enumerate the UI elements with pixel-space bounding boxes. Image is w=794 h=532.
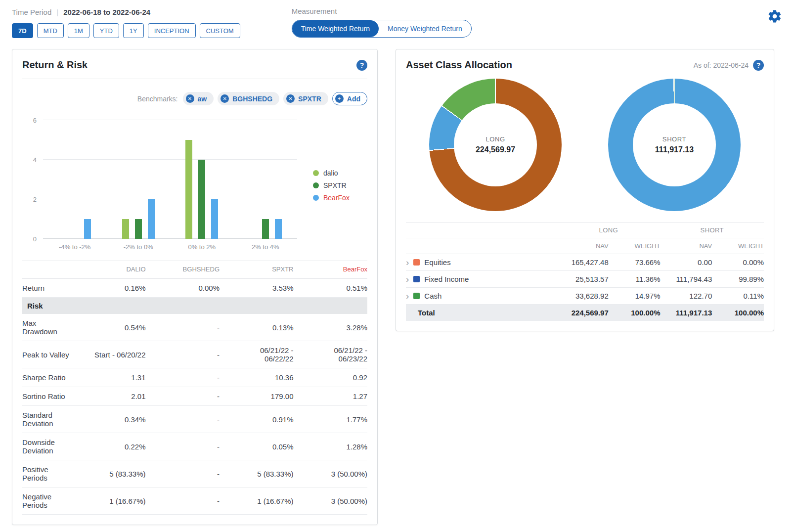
risk-column-header: DALIO <box>72 261 146 279</box>
risk-row-label: Return <box>22 279 72 298</box>
benchmark-pill[interactable]: ✕aw <box>183 92 214 105</box>
asset-swatch <box>413 276 420 282</box>
risk-value: 179.00 <box>220 387 294 406</box>
bar-dalio <box>122 219 129 239</box>
benchmark-pills: ✕aw✕BGHSHEDG✕SPXTR+Add <box>183 92 368 105</box>
period-button-1m[interactable]: 1M <box>68 23 89 38</box>
total-value: 100.00% <box>609 305 661 321</box>
allocation-row[interactable]: ›Fixed Income25,513.5711.36%111,794.4399… <box>406 271 764 288</box>
allocation-row[interactable]: ›Equities165,427.4873.66%0.000.00% <box>406 254 764 271</box>
bar-bearfox <box>148 199 155 239</box>
donut-center-label: LONG <box>485 135 505 143</box>
risk-table-row: Positive Periods5 (83.33%)-5 (83.33%)3 (… <box>22 460 367 488</box>
risk-value: 3.53% <box>220 279 294 298</box>
risk-table-head: DALIOBGHSHEDGSPXTRBearFox <box>22 261 367 279</box>
x-axis-label: -4% to -2% <box>43 243 107 251</box>
bar-spxtr <box>135 219 142 239</box>
risk-value: 3 (50.00%) <box>294 488 368 515</box>
divider <box>22 79 367 79</box>
remove-benchmark-icon[interactable]: ✕ <box>186 94 194 103</box>
help-icon[interactable]: ? <box>753 60 764 71</box>
bar-groups <box>43 120 297 239</box>
risk-value: 0.16% <box>72 279 146 298</box>
time-period-value: 2022-06-18 to 2022-06-24 <box>63 8 150 16</box>
y-tick-label: 6 <box>33 117 37 124</box>
benchmark-pill[interactable]: ✕SPXTR <box>283 92 328 105</box>
expand-chevron-icon[interactable]: › <box>406 259 409 266</box>
asset-allocation-title: Asset Class Allocation <box>406 59 512 71</box>
measurement-group: Measurement Time Weighted ReturnMoney We… <box>292 7 472 38</box>
return-risk-title: Return & Risk <box>22 59 88 71</box>
donut-center-value: 111,917.13 <box>655 145 694 154</box>
risk-value: 06/21/22 - 06/22/22 <box>220 341 294 368</box>
period-button-ytd[interactable]: YTD <box>93 23 119 38</box>
period-button-7d[interactable]: 7D <box>12 23 33 38</box>
risk-value: - <box>146 488 220 515</box>
period-button-custom[interactable]: CUSTOM <box>200 23 240 38</box>
donut-long: LONG224,569.97 <box>406 79 585 211</box>
alloc-subheader-row: NAVWEIGHTNAVWEIGHT <box>406 238 764 254</box>
settings-gear-icon[interactable] <box>767 9 782 24</box>
total-value: 111,917.13 <box>661 305 712 321</box>
measurement-option[interactable]: Money Weighted Return <box>379 20 471 37</box>
help-icon[interactable]: ? <box>356 60 367 71</box>
benchmarks-row: Benchmarks: ✕aw✕BGHSHEDG✕SPXTR+Add <box>22 92 367 105</box>
legend-label: BearFox <box>323 194 350 202</box>
risk-value: 0.05% <box>220 433 294 460</box>
total-value: 100.00% <box>712 305 764 321</box>
time-period-label: Time Period <box>12 8 51 16</box>
alloc-column-header: WEIGHT <box>609 238 661 254</box>
measurement-option[interactable]: Time Weighted Return <box>292 20 379 37</box>
risk-table-row: Peak to ValleyStart - 06/20/22-06/21/22 … <box>22 341 367 368</box>
risk-table-body: Return0.16%0.00%3.53%0.51%RiskMax Drawdo… <box>22 279 367 515</box>
risk-value: 0.00% <box>146 279 220 298</box>
risk-value: - <box>146 314 220 341</box>
total-label: Total <box>406 305 557 321</box>
bar-group <box>170 120 234 239</box>
risk-value: 0.13% <box>220 314 294 341</box>
alloc-value: 25,513.57 <box>557 271 609 288</box>
bar-spxtr <box>198 160 205 239</box>
risk-value: 1.77% <box>294 406 368 433</box>
allocation-row[interactable]: ›Cash33,628.9214.97%122.700.11% <box>406 288 764 305</box>
asset-name: Fixed Income <box>424 275 469 283</box>
remove-benchmark-icon[interactable]: ✕ <box>286 94 295 103</box>
alloc-value: 11.36% <box>609 271 661 288</box>
add-benchmark-button[interactable]: +Add <box>332 92 367 105</box>
legend-item: dalio <box>313 169 350 177</box>
bar-group <box>43 120 107 239</box>
add-icon: + <box>335 94 344 103</box>
separator: | <box>56 8 58 16</box>
risk-table: DALIOBGHSHEDGSPXTRBearFox Return0.16%0.0… <box>22 261 367 515</box>
alloc-column-header: NAV <box>661 238 712 254</box>
risk-column-header: SPXTR <box>220 261 294 279</box>
risk-header-empty <box>22 261 72 279</box>
bar-bearfox <box>84 219 91 239</box>
period-button-mtd[interactable]: MTD <box>37 23 64 38</box>
alloc-column-header: WEIGHT <box>712 238 764 254</box>
x-axis-label: -2% to 0% <box>107 243 171 251</box>
risk-value: 1.28% <box>294 433 368 460</box>
risk-value: 0.54% <box>72 314 146 341</box>
donuts: LONG224,569.97SHORT111,917.13 <box>406 79 764 211</box>
risk-value: Start - 06/20/22 <box>72 341 146 368</box>
period-button-1y[interactable]: 1Y <box>123 23 144 38</box>
chart-legend: dalioSPXTRBearFox <box>313 120 350 251</box>
allocation-table: LONGSHORT NAVWEIGHTNAVWEIGHT ›Equities16… <box>406 222 764 321</box>
y-tick-label: 2 <box>33 196 37 203</box>
risk-value: 0.22% <box>72 433 146 460</box>
risk-value: 0.51% <box>294 279 368 298</box>
risk-column-header: BGHSHEDG <box>146 261 220 279</box>
benchmark-pill[interactable]: ✕BGHSHEDG <box>218 92 279 105</box>
period-button-inception[interactable]: INCEPTION <box>148 23 196 38</box>
y-tick-label: 0 <box>33 235 37 243</box>
risk-row-label: Downside Deviation <box>22 433 72 460</box>
remove-benchmark-icon[interactable]: ✕ <box>221 94 229 103</box>
alloc-column-header: NAV <box>557 238 609 254</box>
risk-value: 5 (83.33%) <box>220 460 294 488</box>
expand-chevron-icon[interactable]: › <box>406 276 409 283</box>
donut-center-label: SHORT <box>662 135 686 143</box>
risk-value: - <box>146 433 220 460</box>
risk-table-row: Downside Deviation0.22%-0.05%1.28% <box>22 433 367 460</box>
expand-chevron-icon[interactable]: › <box>406 293 409 300</box>
